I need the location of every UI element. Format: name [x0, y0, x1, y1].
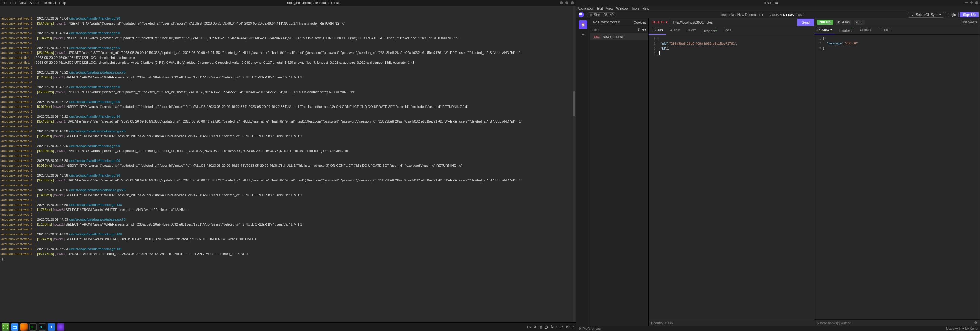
tab-json[interactable]: JSON ▾: [649, 26, 667, 35]
firefox-icon[interactable]: [20, 323, 27, 331]
tab-res-headers[interactable]: Headers5: [836, 26, 856, 34]
scrollbar-thumb[interactable]: [573, 91, 576, 116]
insomnia-title: Insomnia: [578, 1, 965, 5]
menu-view[interactable]: View: [606, 6, 613, 10]
send-button[interactable]: Send: [797, 19, 814, 26]
terminal-title: root@lax: /home/lax/accuknox-rest: [66, 1, 560, 5]
menu-edit[interactable]: Edit: [10, 1, 16, 5]
request-item[interactable]: DEL New Request: [590, 33, 648, 40]
chevron-down-icon: ▾: [830, 28, 832, 32]
chevron-icon: /: [735, 13, 736, 16]
response-pane: 200 OK 49.4 ms 20 B Just Now ▾ Preview ▾…: [814, 18, 980, 326]
terminal-titlebar: FileEditViewSearchTerminalHelp root@lax:…: [0, 0, 576, 5]
response-statusbar: 200 OK 49.4 ms 20 B Just Now ▾: [814, 18, 980, 26]
filter-input[interactable]: [592, 28, 635, 32]
tab-timeline[interactable]: Timeline: [876, 26, 894, 34]
tray-icon[interactable]: ⎙: [540, 325, 542, 329]
chevron-down-icon: ▾: [662, 28, 663, 32]
tab-query[interactable]: Query: [684, 26, 699, 35]
insomnia-statusbar: ⚙ Preferences Made with ♥ by Kong: [576, 326, 980, 331]
mode-debug[interactable]: DEBUG: [783, 13, 795, 16]
maximize-icon[interactable]: [565, 1, 568, 4]
beautify-button[interactable]: Beautify JSON: [651, 321, 673, 325]
github-star[interactable]: ☆ Star 28,149: [587, 12, 616, 18]
menu-help[interactable]: Help: [59, 1, 66, 5]
status-badge: 200 OK: [817, 19, 833, 24]
preferences-link[interactable]: Preferences: [582, 327, 601, 330]
tray-icon[interactable]: ⇅: [550, 325, 553, 329]
method-badge: DEL: [593, 35, 601, 38]
gear-icon[interactable]: ⚙: [578, 327, 581, 331]
menu-search[interactable]: Search: [29, 1, 40, 5]
files-icon[interactable]: 🗀: [11, 323, 18, 331]
cookies-link[interactable]: Cookies: [634, 21, 646, 24]
chevron-down-icon[interactable]: ▾: [762, 13, 764, 17]
window-controls[interactable]: ✕: [965, 1, 978, 4]
environment-selector[interactable]: No Environment ▾: [593, 20, 620, 24]
lang-indicator[interactable]: EN: [527, 325, 531, 329]
star-icon: ☆: [590, 13, 593, 17]
close-icon[interactable]: ✕: [975, 1, 978, 4]
terminal-window: FileEditViewSearchTerminalHelp root@lax:…: [0, 0, 576, 331]
branch-icon: ⎇: [911, 13, 915, 16]
request-list: No Environment ▾ Cookies ⇵ ⊕▾ DEL New Re…: [590, 18, 649, 326]
menu-file[interactable]: File: [2, 1, 7, 5]
login-button[interactable]: Login: [945, 12, 959, 18]
terminal-output[interactable]: accuknox-rest-web-1 | 2023/05/20 09:46:0…: [0, 5, 576, 322]
tab-docs[interactable]: Docs: [721, 26, 734, 35]
git-sync-button[interactable]: ⎇ Setup Git Sync ▾: [908, 12, 944, 18]
mode-design[interactable]: DESIGN: [770, 13, 782, 16]
tray-icon[interactable]: ♪: [555, 325, 557, 329]
chevron-down-icon[interactable]: ▾: [939, 13, 941, 16]
jsonpath-input[interactable]: [817, 321, 929, 325]
tab-headers[interactable]: Headers1: [700, 26, 720, 35]
tab-preview[interactable]: Preview ▾: [814, 26, 835, 34]
insomnia-window: Insomnia ✕ ApplicationEditViewWindowTool…: [576, 0, 980, 331]
signup-button[interactable]: Sign Up: [960, 12, 979, 18]
maximize-icon[interactable]: [970, 1, 973, 4]
insomnia-taskbar-icon[interactable]: [57, 323, 64, 331]
minimize-icon[interactable]: [560, 1, 563, 4]
clock[interactable]: 15:17: [565, 325, 574, 329]
tray-icon[interactable]: ⏻: [544, 325, 548, 329]
chevron-down-icon: ▾: [678, 28, 680, 32]
sort-icon[interactable]: ⇵: [637, 27, 640, 32]
system-tray[interactable]: EN 🖧 ⎙ ⏻ ⇅ ♪ 🛡 15:17: [527, 325, 574, 329]
close-icon[interactable]: [571, 1, 574, 4]
tray-icon[interactable]: 🖧: [534, 325, 538, 329]
menu-edit[interactable]: Edit: [597, 6, 603, 10]
menu-window[interactable]: Window: [616, 6, 628, 10]
response-menu-icon[interactable]: ⚙: [974, 321, 977, 325]
menu-view[interactable]: View: [19, 1, 27, 5]
menu-terminal[interactable]: Terminal: [43, 1, 56, 5]
tray-icon[interactable]: 🛡: [560, 325, 563, 329]
breadcrumb[interactable]: Insomnia / New Document ▾: [720, 13, 764, 17]
add-project-icon[interactable]: ＋: [581, 31, 585, 38]
response-tabs: Preview ▾ Headers5 Cookies Timeline: [814, 26, 980, 35]
menu-application[interactable]: Application: [578, 6, 594, 10]
insomnia-rail: 🏠 ＋: [576, 18, 590, 326]
telegram-icon[interactable]: ✈: [48, 323, 55, 331]
mode-test[interactable]: TEST: [796, 13, 804, 16]
terminal2-icon[interactable]: >_: [38, 323, 46, 331]
response-history[interactable]: Just Now ▾: [961, 20, 977, 24]
insomnia-toolbar: ☆ Star 28,149 Insomnia / New Document ▾ …: [576, 11, 980, 18]
response-body[interactable]: 1{2 "message": "200 OK"3}: [814, 35, 980, 319]
request-body-editor[interactable]: 1{2 "sid": "236a3be8-28a9-409a-b032-e6c1…: [649, 35, 814, 320]
window-controls[interactable]: [560, 1, 574, 4]
tab-auth[interactable]: Auth ▾: [667, 26, 683, 35]
tab-cookies[interactable]: Cookies: [857, 26, 875, 34]
method-select[interactable]: DELETE ▾: [649, 18, 671, 26]
minimize-icon[interactable]: [965, 2, 968, 3]
url-input[interactable]: [671, 19, 797, 26]
response-time: 49.4 ms: [836, 19, 851, 24]
add-request-icon[interactable]: ⊕▾: [642, 27, 646, 32]
home-icon[interactable]: 🏠: [579, 20, 587, 29]
menu-tools[interactable]: Tools: [632, 6, 640, 10]
menu-help[interactable]: Help: [642, 6, 649, 10]
chevron-down-icon: ▾: [618, 20, 620, 24]
mint-menu-icon[interactable]: ⋮⋮: [2, 323, 9, 331]
insomnia-titlebar: Insomnia ✕: [576, 0, 980, 5]
terminal-icon[interactable]: >_: [29, 323, 37, 331]
terminal-scrollbar[interactable]: [573, 5, 576, 322]
